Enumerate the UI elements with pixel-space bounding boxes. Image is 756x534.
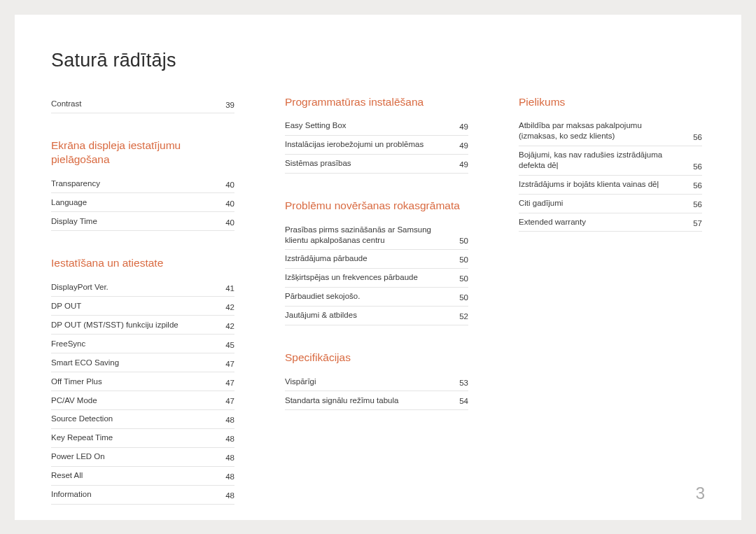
- toc-entry-label: Language: [51, 197, 211, 208]
- toc-block: Problēmu novēršanas rokasgrāmataPrasības…: [285, 199, 468, 325]
- toc-entry[interactable]: Extended warranty57: [519, 213, 702, 232]
- toc-entry[interactable]: DP OUT (MST/SST) funkciju izpilde42: [51, 316, 234, 335]
- toc-entry-page: 40: [218, 181, 234, 189]
- toc-entry[interactable]: Transparency40: [51, 174, 234, 193]
- toc-entry-page: 42: [218, 322, 234, 330]
- section-heading: Specifikācijas: [285, 351, 468, 364]
- toc-entry-label: Extended warranty: [519, 217, 678, 227]
- toc-column: Contrast39Ekrāna displeja iestatījumu pi…: [51, 95, 234, 530]
- toc-entry[interactable]: Information48: [51, 486, 234, 505]
- toc-entry-page: 50: [451, 293, 468, 302]
- toc-entry-label: Standarta signālu režīmu tabula: [285, 395, 444, 406]
- toc-entry-label: FreeSync: [51, 339, 211, 349]
- toc-entry-label: DisplayPort Ver.: [51, 282, 211, 293]
- toc-block: Ekrāna displeja iestatījumu pielāgošanaT…: [51, 139, 234, 231]
- toc-entry-page: 56: [685, 181, 702, 190]
- toc-entry-page: 47: [218, 397, 234, 405]
- toc-entry-page: 56: [685, 162, 702, 171]
- toc-entry[interactable]: Display Time40: [51, 212, 234, 231]
- toc-entry-page: 48: [218, 472, 234, 481]
- toc-entry-page: 54: [451, 397, 468, 405]
- toc-entry[interactable]: Prasības pirms sazināšanās ar Samsung kl…: [285, 220, 468, 250]
- toc-entry-label: Izšķirtspējas un frekvences pārbaude: [285, 272, 444, 283]
- toc-entry-page: 56: [685, 133, 702, 141]
- toc-entry-label: Off Timer Plus: [51, 377, 211, 387]
- toc-entry-label: Prasības pirms sazināšanās ar Samsung kl…: [285, 225, 444, 246]
- toc-entry-page: 49: [451, 122, 468, 131]
- toc-entry-label: Reset All: [51, 470, 211, 481]
- toc-entry[interactable]: Power LED On48: [51, 448, 234, 467]
- toc-entry[interactable]: Reset All48: [51, 467, 234, 486]
- toc-entry[interactable]: Language40: [51, 193, 234, 212]
- section-heading: Pielikums: [519, 95, 702, 108]
- toc-entry-page: 41: [218, 284, 234, 293]
- toc-entry-page: 50: [451, 274, 468, 283]
- toc-entry-label: Jautājumi & atbildes: [285, 310, 444, 321]
- toc-entry-label: Izstrādājums ir bojāts klienta vainas dē…: [519, 179, 678, 190]
- page: Saturā rādītājs Contrast39Ekrāna displej…: [15, 15, 741, 520]
- toc-entry-label: Bojājumi, kas nav radušies izstrādājuma …: [519, 150, 678, 171]
- toc-entry[interactable]: Bojājumi, kas nav radušies izstrādājuma …: [519, 146, 702, 176]
- toc-entry-page: 50: [451, 255, 468, 264]
- toc-entry[interactable]: Smart ECO Saving47: [51, 353, 234, 372]
- toc-entry[interactable]: Contrast39: [51, 95, 234, 114]
- toc-entry-page: 39: [218, 101, 234, 109]
- toc-entry-label: Power LED On: [51, 451, 211, 462]
- toc-entry[interactable]: Pārbaudiet sekojošo.50: [285, 288, 468, 307]
- toc-entry-label: Information: [51, 489, 211, 500]
- toc-column: PielikumsAtbildība par maksas pakalpojum…: [519, 95, 702, 530]
- toc-entry-page: 48: [218, 491, 234, 500]
- toc-block: Programmatūras instalēšanaEasy Setting B…: [285, 95, 468, 174]
- toc-entry[interactable]: PC/AV Mode47: [51, 391, 234, 410]
- toc-entry-page: 40: [218, 199, 234, 208]
- toc-columns: Contrast39Ekrāna displeja iestatījumu pi…: [51, 95, 705, 530]
- toc-entry[interactable]: Vispārīgi53: [285, 372, 468, 391]
- toc-entry-page: 48: [218, 416, 234, 424]
- toc-entry-page: 40: [218, 218, 234, 227]
- toc-entry[interactable]: Atbildība par maksas pakalpojumu (izmaks…: [519, 117, 702, 146]
- toc-entry-label: PC/AV Mode: [51, 395, 211, 406]
- toc-entry-page: 57: [685, 219, 702, 227]
- toc-entry-label: Source Detection: [51, 414, 211, 424]
- toc-entry[interactable]: Easy Setting Box49: [285, 117, 468, 136]
- toc-entry[interactable]: Source Detection48: [51, 410, 234, 429]
- toc-entry[interactable]: Izstrādājums ir bojāts klienta vainas dē…: [519, 176, 702, 195]
- toc-entry-page: 52: [451, 312, 468, 321]
- toc-block: SpecifikācijasVispārīgi53Standarta signā…: [285, 351, 468, 410]
- toc-entry[interactable]: FreeSync45: [51, 335, 234, 353]
- toc-entry-label: Display Time: [51, 216, 211, 227]
- page-number: 3: [696, 484, 705, 503]
- toc-entry-page: 49: [451, 160, 468, 169]
- toc-entry-label: Transparency: [51, 178, 211, 189]
- toc-entry[interactable]: Instalācijas ierobežojumi un problēmas49: [285, 136, 468, 155]
- toc-entry-page: 53: [451, 379, 468, 387]
- toc-entry-page: 56: [685, 200, 702, 209]
- toc-entry-label: Citi gadījumi: [519, 198, 678, 209]
- toc-block: PielikumsAtbildība par maksas pakalpojum…: [519, 95, 702, 232]
- toc-entry-page: 47: [218, 360, 234, 368]
- toc-entry-label: Easy Setting Box: [285, 120, 444, 131]
- toc-entry[interactable]: DisplayPort Ver.41: [51, 278, 234, 297]
- toc-entry-label: Vispārīgi: [285, 377, 444, 387]
- toc-entry-label: Atbildība par maksas pakalpojumu (izmaks…: [519, 120, 678, 141]
- toc-entry[interactable]: Off Timer Plus47: [51, 372, 234, 391]
- toc-block: Iestatīšana un atiestateDisplayPort Ver.…: [51, 256, 234, 505]
- toc-entry-label: Instalācijas ierobežojumi un problēmas: [285, 139, 444, 150]
- toc-entry[interactable]: Jautājumi & atbildes52: [285, 307, 468, 325]
- toc-entry[interactable]: Citi gadījumi56: [519, 195, 702, 213]
- toc-entry-label: Pārbaudiet sekojošo.: [285, 291, 444, 302]
- toc-entry-page: 48: [218, 454, 234, 462]
- toc-entry[interactable]: DP OUT42: [51, 297, 234, 316]
- toc-entry[interactable]: Izstrādājuma pārbaude50: [285, 250, 468, 269]
- toc-block: Contrast39: [51, 95, 234, 114]
- toc-entry-page: 45: [218, 341, 234, 349]
- toc-entry[interactable]: Sistēmas prasības49: [285, 155, 468, 174]
- toc-entry[interactable]: Izšķirtspējas un frekvences pārbaude50: [285, 269, 468, 288]
- toc-entry[interactable]: Standarta signālu režīmu tabula54: [285, 391, 468, 410]
- toc-entry[interactable]: Key Repeat Time48: [51, 429, 234, 448]
- section-heading: Programmatūras instalēšana: [285, 95, 468, 108]
- toc-entry-label: DP OUT: [51, 301, 211, 311]
- section-heading: Iestatīšana un atiestate: [51, 256, 234, 269]
- toc-entry-page: 50: [451, 237, 468, 245]
- toc-entry-label: Smart ECO Saving: [51, 358, 211, 368]
